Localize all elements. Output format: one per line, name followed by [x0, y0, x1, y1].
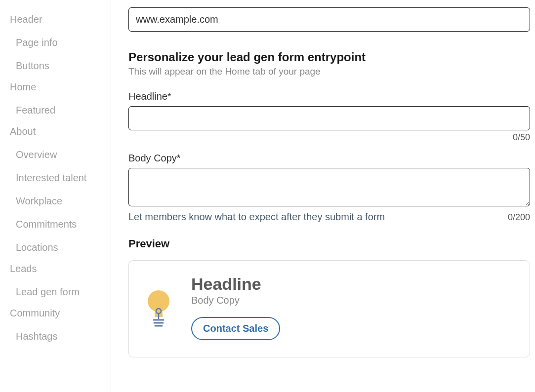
section-title: Personalize your lead gen form entrypoin…	[128, 50, 530, 64]
body-copy-helper: Let members know what to expect after th…	[128, 211, 385, 223]
sidebar-item-featured[interactable]: Featured	[10, 99, 111, 122]
section-subtitle: This will appear on the Home tab of your…	[128, 66, 530, 77]
contact-sales-button[interactable]: Contact Sales	[191, 317, 280, 340]
sidebar-item-commitments[interactable]: Commitments	[10, 213, 111, 236]
body-copy-counter: 0/200	[508, 212, 530, 223]
preview-headline: Headline	[191, 274, 513, 294]
sidebar-heading-leads[interactable]: Leads	[10, 263, 111, 274]
sidebar-item-overview[interactable]: Overview	[10, 143, 111, 166]
sidebar-item-locations[interactable]: Locations	[10, 236, 111, 259]
sidebar-heading-home[interactable]: Home	[10, 81, 111, 93]
preview-label: Preview	[128, 237, 530, 250]
sidebar-item-buttons[interactable]: Buttons	[10, 54, 111, 78]
preview-body-copy: Body Copy	[191, 295, 513, 306]
sidebar-nav: Header Page info Buttons Home Featured A…	[0, 0, 111, 392]
headline-field: Headline* 0/50	[128, 91, 530, 143]
body-copy-input[interactable]	[128, 168, 530, 206]
sidebar-item-hashtags[interactable]: Hashtags	[10, 325, 111, 348]
headline-input[interactable]	[128, 106, 530, 130]
body-copy-label: Body Copy*	[128, 153, 530, 164]
sidebar-item-lead-gen-form[interactable]: Lead gen form	[10, 280, 111, 304]
sidebar-heading-about[interactable]: About	[10, 126, 111, 137]
sidebar-heading-community[interactable]: Community	[10, 308, 111, 319]
sidebar-heading-header[interactable]: Header	[10, 14, 111, 25]
lightbulb-icon	[146, 288, 171, 327]
sidebar-item-workplace[interactable]: Workplace	[10, 190, 111, 213]
sidebar-item-page-info[interactable]: Page info	[10, 31, 111, 54]
preview-card: Headline Body Copy Contact Sales	[128, 260, 530, 357]
headline-counter: 0/50	[513, 132, 530, 143]
headline-label: Headline*	[128, 91, 530, 102]
url-input[interactable]	[128, 7, 530, 32]
main-content: Personalize your lead gen form entrypoin…	[111, 0, 535, 392]
body-copy-field: Body Copy* Let members know what to expe…	[128, 153, 530, 223]
sidebar-item-interested-talent[interactable]: Interested talent	[10, 166, 111, 190]
